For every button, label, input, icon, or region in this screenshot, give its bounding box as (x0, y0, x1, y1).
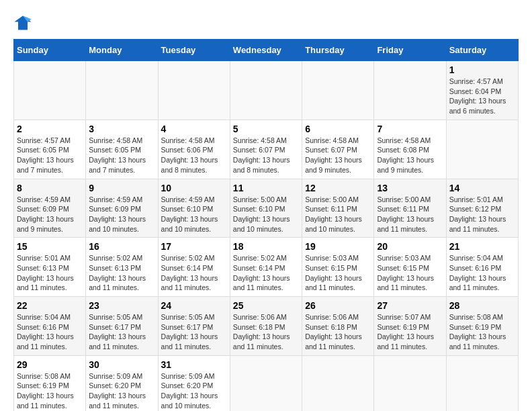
day-detail: Sunrise: 5:00 AM Sunset: 6:11 PM Dayligh… (377, 195, 443, 234)
day-detail: Sunrise: 5:02 AM Sunset: 6:14 PM Dayligh… (233, 253, 299, 293)
calendar-cell: 20 Sunrise: 5:03 AM Sunset: 6:15 PM Dayl… (374, 238, 446, 297)
day-number: 6 (305, 124, 371, 134)
day-detail: Sunrise: 4:59 AM Sunset: 6:10 PM Dayligh… (161, 195, 227, 234)
calendar-cell (158, 61, 230, 120)
calendar-cell (230, 355, 302, 411)
calendar-cell: 18 Sunrise: 5:02 AM Sunset: 6:14 PM Dayl… (230, 238, 302, 297)
calendar-week-row: 1 Sunrise: 4:57 AM Sunset: 6:04 PM Dayli… (14, 61, 519, 120)
day-number: 12 (305, 183, 371, 193)
day-number: 15 (17, 241, 83, 252)
day-number: 17 (161, 241, 227, 252)
day-detail: Sunrise: 5:01 AM Sunset: 6:13 PM Dayligh… (17, 253, 83, 293)
header-saturday: Saturday (446, 40, 518, 61)
calendar-table: SundayMondayTuesdayWednesdayThursdayFrid… (13, 39, 519, 411)
day-detail: Sunrise: 5:06 AM Sunset: 6:18 PM Dayligh… (305, 312, 371, 352)
calendar-cell (446, 355, 518, 411)
day-detail: Sunrise: 5:03 AM Sunset: 6:15 PM Dayligh… (377, 253, 443, 293)
day-number: 21 (449, 241, 515, 252)
day-detail: Sunrise: 5:03 AM Sunset: 6:15 PM Dayligh… (305, 253, 371, 293)
calendar-cell (302, 61, 374, 120)
day-detail: Sunrise: 4:58 AM Sunset: 6:07 PM Dayligh… (305, 136, 371, 175)
calendar-cell (86, 61, 158, 120)
day-number: 8 (17, 183, 83, 193)
calendar-cell: 28 Sunrise: 5:08 AM Sunset: 6:19 PM Dayl… (446, 297, 518, 356)
svg-marker-0 (14, 16, 31, 30)
day-number: 18 (233, 241, 299, 252)
day-number: 7 (377, 124, 443, 134)
day-detail: Sunrise: 5:01 AM Sunset: 6:12 PM Dayligh… (449, 195, 515, 234)
day-detail: Sunrise: 5:04 AM Sunset: 6:16 PM Dayligh… (449, 253, 515, 293)
day-number: 10 (161, 183, 227, 193)
calendar-cell: 30 Sunrise: 5:09 AM Sunset: 6:20 PM Dayl… (86, 355, 158, 411)
page-header (13, 13, 519, 32)
day-number: 25 (233, 300, 299, 311)
day-number: 14 (449, 183, 515, 193)
header-wednesday: Wednesday (230, 40, 302, 61)
day-detail: Sunrise: 5:08 AM Sunset: 6:19 PM Dayligh… (449, 312, 515, 352)
calendar-cell: 5 Sunrise: 4:58 AM Sunset: 6:07 PM Dayli… (230, 120, 302, 179)
day-detail: Sunrise: 5:00 AM Sunset: 6:11 PM Dayligh… (305, 195, 371, 234)
day-number: 29 (17, 359, 83, 370)
calendar-cell (374, 355, 446, 411)
day-detail: Sunrise: 4:57 AM Sunset: 6:04 PM Dayligh… (449, 77, 515, 116)
day-number: 20 (377, 241, 443, 252)
header-tuesday: Tuesday (158, 40, 230, 61)
day-number: 2 (17, 124, 83, 134)
day-number: 11 (233, 183, 299, 193)
calendar-cell: 15 Sunrise: 5:01 AM Sunset: 6:13 PM Dayl… (14, 238, 86, 297)
header-thursday: Thursday (302, 40, 374, 61)
logo (13, 13, 35, 32)
day-detail: Sunrise: 5:04 AM Sunset: 6:16 PM Dayligh… (17, 312, 83, 352)
calendar-week-row: 29 Sunrise: 5:08 AM Sunset: 6:19 PM Dayl… (14, 355, 519, 411)
day-detail: Sunrise: 5:09 AM Sunset: 6:20 PM Dayligh… (161, 371, 227, 411)
day-number: 9 (89, 183, 154, 193)
calendar-week-row: 2 Sunrise: 4:57 AM Sunset: 6:05 PM Dayli… (14, 120, 519, 179)
calendar-cell: 14 Sunrise: 5:01 AM Sunset: 6:12 PM Dayl… (446, 179, 518, 238)
calendar-cell: 8 Sunrise: 4:59 AM Sunset: 6:09 PM Dayli… (14, 179, 86, 238)
calendar-cell: 29 Sunrise: 5:08 AM Sunset: 6:19 PM Dayl… (14, 355, 86, 411)
day-number: 31 (161, 359, 227, 370)
logo-bird-icon (13, 13, 32, 32)
calendar-cell (302, 355, 374, 411)
day-number: 19 (305, 241, 371, 252)
day-detail: Sunrise: 5:00 AM Sunset: 6:10 PM Dayligh… (233, 195, 299, 234)
day-detail: Sunrise: 4:58 AM Sunset: 6:05 PM Dayligh… (89, 136, 154, 175)
header-sunday: Sunday (14, 40, 86, 61)
calendar-week-row: 15 Sunrise: 5:01 AM Sunset: 6:13 PM Dayl… (14, 238, 519, 297)
calendar-cell: 24 Sunrise: 5:05 AM Sunset: 6:17 PM Dayl… (158, 297, 230, 356)
calendar-cell: 17 Sunrise: 5:02 AM Sunset: 6:14 PM Dayl… (158, 238, 230, 297)
day-number: 22 (17, 300, 83, 311)
day-detail: Sunrise: 5:05 AM Sunset: 6:17 PM Dayligh… (161, 312, 227, 352)
calendar-cell: 16 Sunrise: 5:02 AM Sunset: 6:13 PM Dayl… (86, 238, 158, 297)
day-detail: Sunrise: 4:58 AM Sunset: 6:07 PM Dayligh… (233, 136, 299, 175)
calendar-cell: 7 Sunrise: 4:58 AM Sunset: 6:08 PM Dayli… (374, 120, 446, 179)
calendar-week-row: 8 Sunrise: 4:59 AM Sunset: 6:09 PM Dayli… (14, 179, 519, 238)
day-number: 24 (161, 300, 227, 311)
day-detail: Sunrise: 5:02 AM Sunset: 6:14 PM Dayligh… (161, 253, 227, 293)
calendar-cell (14, 61, 86, 120)
calendar-cell: 23 Sunrise: 5:05 AM Sunset: 6:17 PM Dayl… (86, 297, 158, 356)
calendar-cell: 10 Sunrise: 4:59 AM Sunset: 6:10 PM Dayl… (158, 179, 230, 238)
day-detail: Sunrise: 5:08 AM Sunset: 6:19 PM Dayligh… (17, 371, 83, 411)
day-number: 16 (89, 241, 154, 252)
day-detail: Sunrise: 5:09 AM Sunset: 6:20 PM Dayligh… (89, 371, 154, 411)
calendar-cell: 26 Sunrise: 5:06 AM Sunset: 6:18 PM Dayl… (302, 297, 374, 356)
day-detail: Sunrise: 5:06 AM Sunset: 6:18 PM Dayligh… (233, 312, 299, 352)
day-detail: Sunrise: 4:57 AM Sunset: 6:05 PM Dayligh… (17, 136, 83, 175)
day-number: 26 (305, 300, 371, 311)
calendar-week-row: 22 Sunrise: 5:04 AM Sunset: 6:16 PM Dayl… (14, 297, 519, 356)
calendar-cell: 19 Sunrise: 5:03 AM Sunset: 6:15 PM Dayl… (302, 238, 374, 297)
day-number: 5 (233, 124, 299, 134)
day-number: 28 (449, 300, 515, 311)
calendar-cell (374, 61, 446, 120)
day-number: 4 (161, 124, 227, 134)
day-number: 30 (89, 359, 154, 370)
day-number: 1 (449, 64, 515, 75)
calendar-cell (446, 120, 518, 179)
day-number: 23 (89, 300, 154, 311)
day-detail: Sunrise: 4:59 AM Sunset: 6:09 PM Dayligh… (17, 195, 83, 234)
day-number: 13 (377, 183, 443, 193)
calendar-cell: 9 Sunrise: 4:59 AM Sunset: 6:09 PM Dayli… (86, 179, 158, 238)
calendar-cell: 2 Sunrise: 4:57 AM Sunset: 6:05 PM Dayli… (14, 120, 86, 179)
header-monday: Monday (86, 40, 158, 61)
